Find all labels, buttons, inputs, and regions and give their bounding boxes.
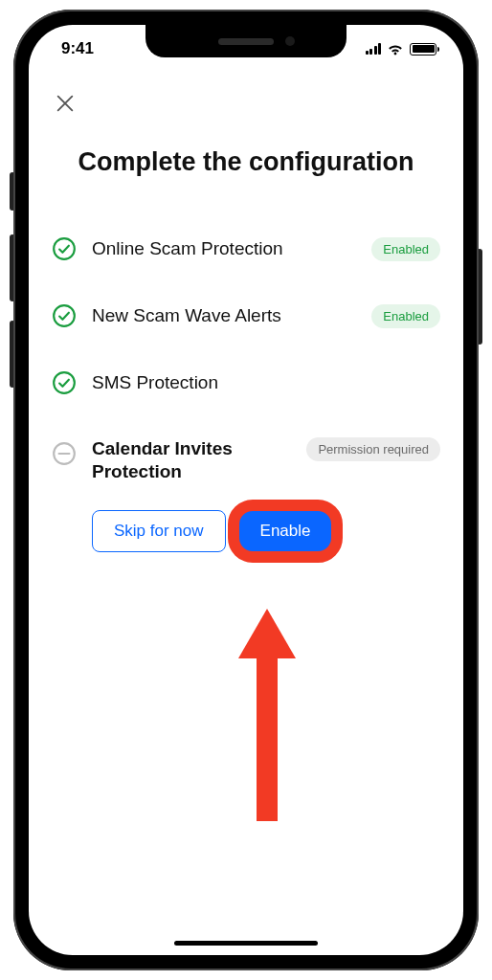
- feature-label: New Scam Wave Alerts: [92, 305, 356, 326]
- action-row: Skip for now Enable: [92, 510, 440, 552]
- notch: [145, 25, 347, 57]
- enable-button[interactable]: Enable: [239, 511, 332, 551]
- feature-label: Calendar Invites Protection: [92, 437, 291, 483]
- feature-label: Online Scam Protection: [92, 238, 356, 259]
- svg-point-2: [54, 372, 75, 393]
- check-circle-icon: [52, 370, 77, 395]
- feature-row-online-scam: Online Scam Protection Enabled: [52, 215, 440, 282]
- skip-button[interactable]: Skip for now: [92, 510, 226, 552]
- check-circle-icon: [52, 236, 77, 261]
- wifi-icon: [387, 42, 404, 56]
- status-badge: Permission required: [306, 437, 440, 461]
- status-time: 9:41: [61, 39, 94, 58]
- home-indicator[interactable]: [174, 941, 318, 946]
- page-title: Complete the configuration: [48, 147, 444, 177]
- check-circle-icon: [52, 303, 77, 328]
- battery-icon: [410, 43, 436, 56]
- status-badge: Enabled: [371, 304, 440, 328]
- status-right: [366, 42, 437, 56]
- feature-list: Online Scam Protection Enabled New Scam …: [29, 215, 463, 552]
- notch-speaker: [218, 38, 274, 45]
- feature-row-wave-alerts: New Scam Wave Alerts Enabled: [52, 282, 440, 349]
- enable-label: Enable: [260, 522, 311, 540]
- screen: 9:41 Complete the configuration: [29, 25, 463, 955]
- feature-row-calendar: Calendar Invites Protection Permission r…: [52, 416, 440, 504]
- svg-point-1: [54, 305, 75, 326]
- signal-icon: [366, 43, 382, 55]
- svg-point-0: [54, 238, 75, 259]
- pointer-arrow-annotation: [238, 609, 296, 821]
- notch-camera: [285, 36, 295, 46]
- close-icon: [55, 93, 76, 114]
- close-button[interactable]: [46, 84, 84, 122]
- status-badge: Enabled: [371, 237, 440, 261]
- feature-row-sms: SMS Protection: [52, 349, 440, 416]
- minus-circle-icon: [52, 441, 77, 466]
- phone-frame: 9:41 Complete the configuration: [13, 10, 479, 970]
- feature-label: SMS Protection: [92, 372, 440, 393]
